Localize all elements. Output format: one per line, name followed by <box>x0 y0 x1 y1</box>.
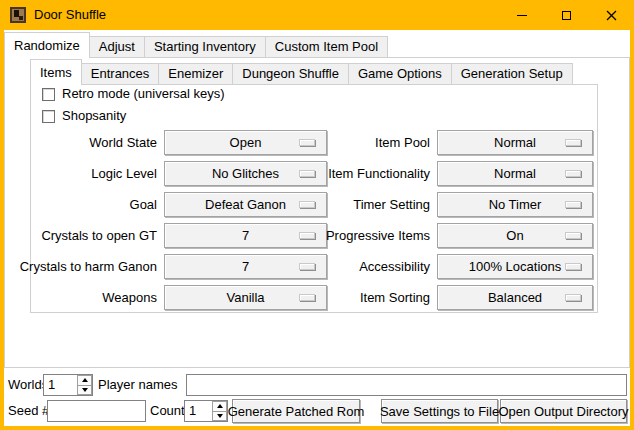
optionmenu-value: Balanced <box>488 286 542 309</box>
subtab-enemizer[interactable]: Enemizer <box>158 63 233 84</box>
optionmenu-value: No Timer <box>489 193 542 216</box>
count-spin-down-button[interactable] <box>212 411 227 422</box>
worlds-spin-down-button[interactable] <box>77 385 92 396</box>
sub-tab-bar: ItemsEntrancesEnemizerDungeon ShuffleGam… <box>30 58 573 84</box>
count-spinbox[interactable]: 1 <box>184 400 228 422</box>
subtab-generation-setup[interactable]: Generation Setup <box>451 63 573 84</box>
arrow-down-icon <box>217 414 223 418</box>
dropdown-indicator-icon <box>565 263 581 270</box>
optionmenu-crystals-to-open-gt[interactable]: 7 <box>164 223 327 248</box>
tab-randomize[interactable]: Randomize <box>4 32 90 58</box>
subtab-items[interactable]: Items <box>30 59 82 85</box>
optionmenu-value: 100% Locations <box>469 255 562 278</box>
label-timer-setting: Timer Setting <box>304 192 430 217</box>
dropdown-indicator-icon <box>565 232 581 239</box>
optionmenu-item-sorting[interactable]: Balanced <box>437 285 593 310</box>
tab-adjust[interactable]: Adjust <box>89 36 145 57</box>
optionmenu-value: 7 <box>242 224 249 247</box>
count-label: Count <box>150 400 185 422</box>
label-logic-level: Logic Level <box>4 161 157 186</box>
label-crystals-to-open-gt: Crystals to open GT <box>4 223 157 248</box>
optionmenu-value: Vanilla <box>226 286 264 309</box>
dropdown-indicator-icon <box>565 139 581 146</box>
save-settings-button[interactable]: Save Settings to File <box>381 399 498 423</box>
arrow-down-icon <box>82 388 88 392</box>
subtab-game-options[interactable]: Game Options <box>348 63 452 84</box>
subtab-entrances[interactable]: Entrances <box>81 63 160 84</box>
label-world-state: World State <box>4 130 157 155</box>
optionmenu-value: Normal <box>494 131 536 154</box>
label-crystals-to-harm-ganon: Crystals to harm Ganon <box>4 254 157 279</box>
optionmenu-value: Normal <box>494 162 536 185</box>
dropdown-indicator-icon <box>565 170 581 177</box>
optionmenu-accessibility[interactable]: 100% Locations <box>437 254 593 279</box>
player-names-label: Player names <box>98 374 177 396</box>
optionmenu-item-functionality[interactable]: Normal <box>437 161 593 186</box>
app-window: Door Shuffle RandomizeAdjustStarting Inv… <box>0 0 634 430</box>
maximize-button[interactable] <box>544 0 589 30</box>
worlds-spinbox[interactable]: 1 <box>43 374 93 396</box>
optionmenu-value: Defeat Ganon <box>205 193 286 216</box>
optionmenu-crystals-to-harm-ganon[interactable]: 7 <box>164 254 327 279</box>
subtab-dungeon-shuffle[interactable]: Dungeon Shuffle <box>232 63 349 84</box>
icon-mark <box>19 16 23 20</box>
optionmenu-progressive-items[interactable]: On <box>437 223 593 248</box>
checkbox-retro-mode-universal-keys[interactable] <box>42 88 55 101</box>
maximize-icon <box>562 11 571 20</box>
player-names-input[interactable] <box>186 374 627 396</box>
main-tab-bar: RandomizeAdjustStarting InventoryCustom … <box>4 30 388 57</box>
app-icon <box>10 7 26 23</box>
optionmenu-timer-setting[interactable]: No Timer <box>437 192 593 217</box>
tab-custom-item-pool[interactable]: Custom Item Pool <box>265 36 388 57</box>
optionmenu-value: On <box>506 224 523 247</box>
generate-patched-rom-button[interactable]: Generate Patched Rom <box>232 399 360 423</box>
tab-starting-inventory[interactable]: Starting Inventory <box>144 36 266 57</box>
minimize-button[interactable] <box>499 0 544 30</box>
open-output-directory-button[interactable]: Open Output Directory <box>500 399 627 423</box>
optionmenu-logic-level[interactable]: No Glitches <box>164 161 327 186</box>
arrow-up-icon <box>217 404 223 408</box>
optionmenu-weapons[interactable]: Vanilla <box>164 285 327 310</box>
optionmenu-value: 7 <box>242 255 249 278</box>
close-button[interactable] <box>589 0 634 30</box>
label-item-sorting: Item Sorting <box>304 285 430 310</box>
label-progressive-items: Progressive Items <box>304 223 430 248</box>
checkbox-label: Shopsanity <box>62 109 126 123</box>
worlds-value: 1 <box>48 375 55 395</box>
label-item-functionality: Item Functionality <box>304 161 430 186</box>
seed-input[interactable] <box>47 400 146 422</box>
optionmenu-goal[interactable]: Defeat Ganon <box>164 192 327 217</box>
minimize-icon <box>517 15 527 16</box>
title-bar[interactable]: Door Shuffle <box>0 0 634 30</box>
label-weapons: Weapons <box>4 285 157 310</box>
optionmenu-item-pool[interactable]: Normal <box>437 130 593 155</box>
label-accessibility: Accessibility <box>304 254 430 279</box>
close-icon <box>606 10 617 21</box>
optionmenu-value: No Glitches <box>212 162 279 185</box>
count-value: 1 <box>189 401 196 421</box>
checkbox-shopsanity[interactable] <box>42 110 55 123</box>
optionmenu-value: Open <box>230 131 262 154</box>
seed-label: Seed # <box>8 400 49 422</box>
optionmenu-world-state[interactable]: Open <box>164 130 327 155</box>
checkbox-row-retro-mode-universal-keys: Retro mode (universal keys) <box>42 87 225 101</box>
checkbox-label: Retro mode (universal keys) <box>62 87 225 101</box>
arrow-up-icon <box>82 378 88 382</box>
window-title: Door Shuffle <box>34 0 106 30</box>
label-item-pool: Item Pool <box>304 130 430 155</box>
checkbox-row-shopsanity: Shopsanity <box>42 109 126 123</box>
client-area: RandomizeAdjustStarting InventoryCustom … <box>4 30 630 426</box>
label-goal: Goal <box>4 192 157 217</box>
dropdown-indicator-icon <box>565 201 581 208</box>
dropdown-indicator-icon <box>565 294 581 301</box>
